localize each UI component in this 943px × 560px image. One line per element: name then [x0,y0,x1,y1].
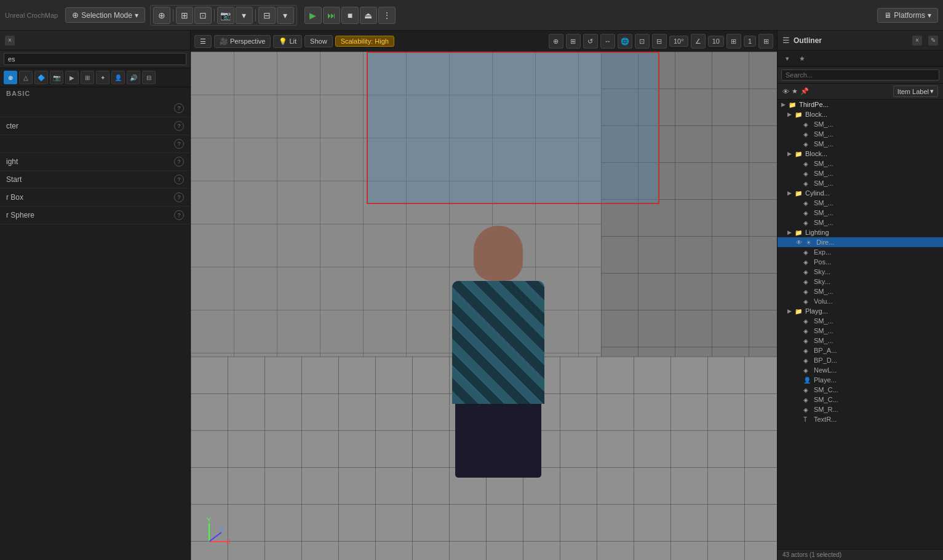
filter-geo-icon[interactable]: △ [19,71,33,84]
list-item-4[interactable]: Start ? [0,171,190,189]
outliner-edit-button[interactable]: ✎ [928,36,938,45]
tree-item-textr[interactable]: T TextR... [778,414,943,424]
grid-world-btn[interactable]: 🌐 [618,34,632,49]
list-item-0[interactable]: ? [0,100,190,117]
filter-extra-icon[interactable]: ⊟ [142,71,156,84]
tree-item-exp[interactable]: ◈ Exp... [778,247,943,257]
filter-mesh-icon[interactable]: ⊞ [81,71,94,84]
outliner-search-input[interactable] [781,69,939,81]
angle-snap-btn[interactable]: ∠ [691,34,706,49]
tree-item-smc2[interactable]: ◈ SM_C... [778,395,943,404]
list-item-2-help[interactable]: ? [174,139,184,149]
layout-arrow-btn[interactable]: ▾ [277,7,294,24]
tree-item-sm9[interactable]: ◈ SM_... [778,218,943,227]
tree-item-bpa[interactable]: ◈ BP_A... [778,345,943,355]
more-options-button[interactable]: ⋮ [378,7,396,24]
list-item-1[interactable]: cter ? [0,117,190,135]
tree-item-directional-light[interactable]: 👁 ☀ Dire... [778,237,943,247]
tree-item-sm3[interactable]: ◈ SM_... [778,139,943,149]
tree-item-sm11[interactable]: ◈ SM_... [778,316,943,326]
list-item-3[interactable]: ight ? [0,153,190,171]
tree-item-sm10[interactable]: ◈ SM_... [778,286,943,296]
tab-close-button[interactable]: × [5,36,15,45]
camera-icon-btn[interactable]: 📷 [217,7,234,24]
scale-tool-btn[interactable]: ↔ [600,34,615,49]
translate-icon-btn[interactable]: ⊕ [153,7,170,24]
list-item-6-help[interactable]: ? [174,210,184,220]
tree-item-sm6[interactable]: ◈ SM_... [778,178,943,188]
item-label-dropdown[interactable]: Item Label ▾ [893,85,938,97]
tree-item-bpd[interactable]: ◈ BP_D... [778,355,943,365]
filter-arrow-icon[interactable]: ▶ [65,71,79,84]
play-advance-button[interactable]: ⏭ [323,7,340,24]
viewport[interactable]: ☰ 🎥 Perspective 💡 Lit Show Scalability: … [191,31,777,560]
selection-mode-button[interactable]: ⊕ Selection Mode ▾ [65,7,145,23]
select-tool-btn[interactable]: ⊕ [549,34,563,49]
scalability-badge[interactable]: Scalability: High [335,36,394,47]
list-item-0-help[interactable]: ? [174,103,184,113]
tree-item-pos[interactable]: ◈ Pos... [778,257,943,267]
tree-item-player[interactable]: 👤 Playe... [778,375,943,385]
list-item-4-help[interactable]: ? [174,175,184,184]
filter-all-icon[interactable]: ⊕ [4,71,17,84]
filter-camera-icon[interactable]: 📷 [50,71,63,84]
camera-options-btn[interactable]: ⊞ [758,34,773,49]
left-panel-search-input[interactable] [4,53,186,65]
perspective-btn[interactable]: 🎥 Perspective [214,35,271,48]
show-btn[interactable]: Show [304,35,333,47]
tree-item-block1[interactable]: ▶ 📁 Block... [778,109,943,119]
move-tool-btn[interactable]: ⊞ [566,34,581,49]
scale-value-btn[interactable]: 1 [744,36,756,47]
tree-item-cylind[interactable]: ▶ 📁 Cylind... [778,188,943,198]
filter-actor-icon[interactable]: 👤 [111,71,125,84]
tree-item-playg[interactable]: ▶ 📁 Playg... [778,306,943,316]
play-button[interactable]: ▶ [304,7,322,24]
list-item-3-help[interactable]: ? [174,157,184,167]
filter-light-icon[interactable]: 🔷 [34,71,48,84]
tree-item-sm8[interactable]: ◈ SM_... [778,208,943,218]
tree-item-sm1[interactable]: ◈ SM_... [778,119,943,129]
snap2-icon-btn[interactable]: ⊡ [194,7,212,24]
outliner-tree[interactable]: ▶ 📁 ThirdPe... ▶ 📁 Block... ◈ SM_... ◈ S… [778,100,943,549]
tree-item-block2[interactable]: ▶ 📁 Block... [778,149,943,159]
filter-particle-icon[interactable]: ✦ [96,71,109,84]
scale-snap-btn[interactable]: ⊞ [726,34,741,49]
tree-item-volu[interactable]: ◈ Volu... [778,296,943,306]
tree-item-sm12[interactable]: ◈ SM_... [778,326,943,336]
grid-local-btn[interactable]: ⊡ [635,34,650,49]
tree-item-sm13[interactable]: ◈ SM_... [778,336,943,345]
eject-button[interactable]: ⏏ [360,7,377,24]
list-item-6[interactable]: r Sphere ? [0,207,190,224]
tree-item-sm4[interactable]: ◈ SM_... [778,159,943,168]
tree-item-sm5[interactable]: ◈ SM_... [778,168,943,178]
layout-icon-btn[interactable]: ⊟ [258,7,276,24]
tree-item-lighting[interactable]: ▶ 📁 Lighting [778,227,943,237]
outliner-close-button[interactable]: × [912,36,922,45]
platforms-button[interactable]: 🖥 Platforms ▾ [877,8,938,23]
list-item-1-help[interactable]: ? [174,121,184,131]
angle-value-btn[interactable]: 10 [708,36,724,47]
outliner-star-btn[interactable]: ★ [796,52,808,65]
snap-icon-btn[interactable]: ⊞ [176,7,193,24]
viewport-hamburger-btn[interactable]: ☰ [194,35,212,48]
tree-item-smr[interactable]: ◈ SM_R... [778,404,943,414]
grid-toggle-btn[interactable]: ⊟ [652,34,667,49]
stop-button[interactable]: ■ [341,7,359,24]
list-item-2[interactable]: ? [0,135,190,153]
tree-item-newl[interactable]: ◈ NewL... [778,365,943,375]
tree-item-sky2[interactable]: ◈ Sky... [778,277,943,286]
tree-item-sky1[interactable]: ◈ Sky... [778,267,943,277]
camera-arrow-btn[interactable]: ▾ [236,7,253,24]
rotate-tool-btn[interactable]: ↺ [583,34,598,49]
list-item-5[interactable]: r Box ? [0,189,190,207]
tree-item-sm2[interactable]: ◈ SM_... [778,129,943,139]
grid-snap-value-btn[interactable]: 10° [669,36,688,47]
outliner-filter-btn[interactable]: ▾ [781,52,794,65]
tree-item-thirdpe[interactable]: ▶ 📁 ThirdPe... [778,100,943,109]
lit-btn[interactable]: 💡 Lit [273,35,302,48]
tree-item-smc1[interactable]: ◈ SM_C... [778,385,943,395]
tree-item-sm7[interactable]: ◈ SM_... [778,198,943,208]
tree-label-playg: Playg... [805,307,939,315]
filter-sound-icon[interactable]: 🔊 [127,71,140,84]
list-item-5-help[interactable]: ? [174,192,184,202]
